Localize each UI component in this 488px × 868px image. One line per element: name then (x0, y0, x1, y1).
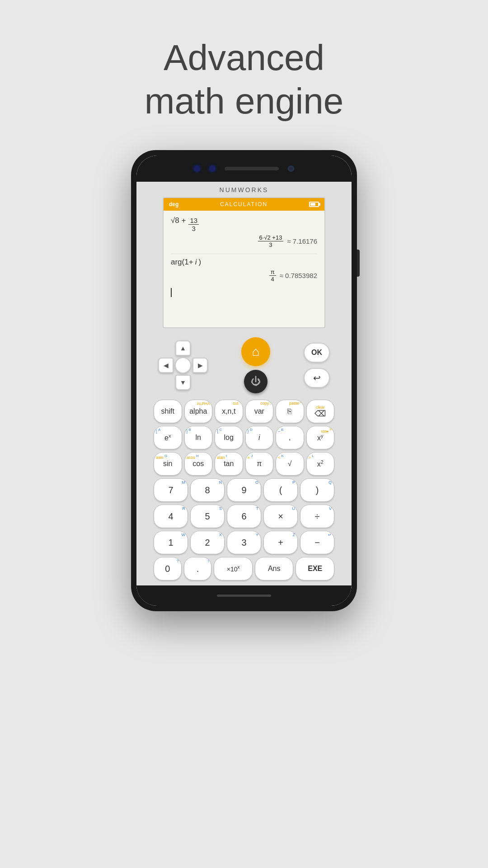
key-log[interactable]: { C log (215, 426, 243, 449)
key-xsquare[interactable]: > L x2 (306, 452, 335, 476)
screen-content: √8 + 13 3 6·√2 +13 3 ≈ 7 (164, 211, 324, 302)
key-cos[interactable]: acos H cos (184, 452, 213, 476)
key-ln[interactable]: ] B ln (184, 426, 213, 449)
key-0[interactable]: ? 0 (154, 557, 182, 580)
key-ans[interactable]: Ans (255, 557, 294, 580)
keyboard: shift ALPHA alpha cut : x,n,t copy ; var… (154, 400, 334, 580)
screen-app-title: CALCULATION (220, 201, 267, 208)
key-divide[interactable]: V ÷ (300, 505, 334, 528)
key-rparen[interactable]: Q ) (300, 478, 334, 502)
key-row-4: M 7 N 8 O 9 P ( Q ) (154, 478, 334, 502)
nav-area: ▲ ◀ ▶ ▼ ⌂ ⏻ (158, 337, 330, 393)
screen-deg: deg (169, 201, 178, 208)
key-tan[interactable]: atan I tan (215, 452, 243, 476)
key-row-6: W 1 X 2 Y 3 Z + ↵ − (154, 531, 334, 554)
dpad-left-button[interactable]: ◀ (158, 358, 174, 373)
key-exe[interactable]: EXE (296, 557, 334, 580)
key-4[interactable]: R 4 (154, 505, 188, 528)
key-sci-notation[interactable]: ×10x (214, 557, 253, 580)
camera-area (136, 156, 352, 182)
down-arrow-icon: ▼ (180, 379, 186, 386)
key-multiply[interactable]: U × (263, 505, 298, 528)
key-xnt[interactable]: cut : x,n,t (215, 400, 243, 423)
key-lparen[interactable]: P ( (263, 478, 298, 502)
ok-back-buttons: OK ↩ (304, 343, 330, 388)
back-icon: ↩ (313, 373, 321, 383)
left-arrow-icon: ◀ (164, 362, 169, 368)
key-i[interactable]: } D i (245, 426, 274, 449)
cursor-line (171, 288, 317, 297)
dpad-right-button[interactable]: ▶ (192, 358, 208, 373)
key-exp[interactable]: [ A ex (154, 426, 182, 449)
key-shift[interactable]: shift (154, 400, 182, 423)
screen-header: deg CALCULATION (164, 198, 324, 211)
key-dot[interactable]: ! . (184, 557, 212, 580)
expression-1: √8 + 13 3 (171, 216, 317, 232)
key-3[interactable]: Y 3 (227, 531, 261, 554)
key-minus[interactable]: ↵ − (300, 531, 334, 554)
cursor (171, 288, 172, 297)
power-icon: ⏻ (251, 376, 261, 387)
phone-frame: NUMWORKS deg CALCULATION √8 + 13 (131, 150, 357, 611)
battery-fill (310, 203, 315, 206)
home-icon: ⌂ (252, 344, 260, 359)
center-buttons: ⌂ ⏻ (241, 337, 270, 393)
page-title: Advanced math engine (145, 36, 343, 123)
camera-dot-right (209, 165, 216, 172)
key-row-5: R 4 S 5 T 6 U × V ÷ (154, 505, 334, 528)
dpad: ▲ ◀ ▶ ▼ (158, 340, 208, 390)
key-comma[interactable]: – E , (276, 426, 304, 449)
backspace-icon: ⌫ (314, 410, 326, 418)
result-1: 6·√2 +13 3 ≈ 7.16176 (171, 234, 317, 248)
paste-icon: ⎘ (287, 408, 292, 415)
dpad-down-button[interactable]: ▼ (175, 375, 191, 390)
key-row-7: ? 0 ! . ×10x Ans EXE (154, 557, 334, 580)
calculator-screen: deg CALCULATION √8 + 13 3 (163, 197, 325, 328)
home-button[interactable]: ⌂ (241, 337, 270, 366)
side-button (357, 250, 360, 277)
key-plus[interactable]: Z + (263, 531, 298, 554)
key-row-3: asin G sin acos H cos atan I tan = J π <… (154, 452, 334, 476)
key-power[interactable]: sto▸ F xy (306, 426, 335, 449)
speaker-grille (225, 167, 279, 170)
screen-battery (309, 202, 319, 207)
dpad-up-button[interactable]: ▲ (175, 340, 191, 356)
screen-divider (171, 254, 317, 254)
up-arrow-icon: ▲ (180, 345, 186, 351)
key-sin[interactable]: asin G sin (154, 452, 182, 476)
key-clear-backspace[interactable]: clear ⌫ (306, 400, 335, 423)
front-sensor (288, 165, 294, 172)
key-6[interactable]: T 6 (227, 505, 261, 528)
brand-label: NUMWORKS (220, 186, 269, 193)
ok-button[interactable]: OK (304, 343, 330, 363)
camera-dot-left (194, 165, 200, 172)
power-button[interactable]: ⏻ (244, 370, 267, 393)
key-9[interactable]: O 9 (227, 478, 261, 502)
right-arrow-icon: ▶ (198, 362, 203, 368)
bottom-bar (136, 585, 352, 606)
back-button[interactable]: ↩ (304, 368, 330, 388)
result-2: π 4 ≈ 0.7853982 (171, 269, 317, 283)
key-pi[interactable]: = J π (245, 452, 274, 476)
key-7[interactable]: M 7 (154, 478, 188, 502)
dpad-center-button[interactable] (175, 357, 191, 373)
key-var[interactable]: copy ; var (245, 400, 274, 423)
key-row-1: shift ALPHA alpha cut : x,n,t copy ; var… (154, 400, 334, 423)
key-5[interactable]: S 5 (190, 505, 225, 528)
key-8[interactable]: N 8 (190, 478, 225, 502)
bottom-bar-indicator (217, 594, 271, 597)
key-1[interactable]: W 1 (154, 531, 188, 554)
key-2[interactable]: X 2 (190, 531, 225, 554)
key-alpha[interactable]: ALPHA alpha (184, 400, 213, 423)
expression-2: arg(1+i) (171, 258, 317, 267)
key-sqrt[interactable]: < K √ (276, 452, 304, 476)
key-row-2: [ A ex ] B ln { C log } D i – E , (154, 426, 334, 449)
key-paste[interactable]: paste " ⎘ (276, 400, 304, 423)
